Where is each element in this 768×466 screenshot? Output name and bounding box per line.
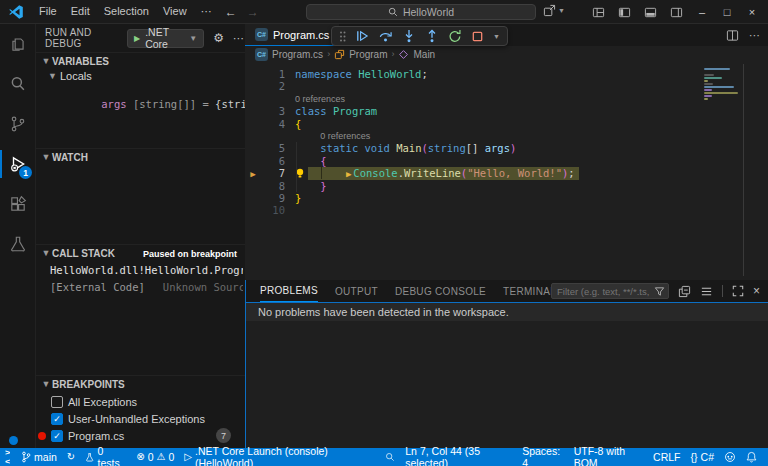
filter-funnel-icon[interactable] bbox=[654, 286, 665, 297]
continue-icon[interactable] bbox=[355, 29, 369, 43]
problems-filter[interactable] bbox=[551, 283, 669, 299]
breakpoint-item-all-exceptions[interactable]: All Exceptions bbox=[36, 393, 245, 410]
panel-tab-output[interactable]: OUTPUT bbox=[335, 280, 378, 302]
locals-scope[interactable]: ▼ Locals bbox=[48, 70, 92, 82]
eol-status[interactable]: CRLF bbox=[648, 448, 685, 466]
menu-view[interactable]: View bbox=[156, 5, 194, 17]
launch-config-dropdown[interactable]: ▶ .NET Core ▼ bbox=[127, 29, 204, 48]
back-button[interactable]: ← bbox=[225, 5, 237, 19]
panel-tab-terminal[interactable]: TERMINAL bbox=[503, 280, 556, 302]
maximize-button[interactable]: □ bbox=[721, 6, 733, 18]
code-line-1[interactable]: 1namespace HelloWorld; bbox=[245, 68, 768, 80]
encoding-status[interactable]: UTF-8 with BOM bbox=[569, 448, 648, 466]
tab-program-cs[interactable]: C# Program.cs bbox=[245, 24, 339, 46]
breadcrumb-method[interactable]: Main bbox=[398, 49, 435, 60]
open-external-button[interactable]: ▼ bbox=[543, 4, 565, 17]
breakpoint-item-user-unhandled-exceptions[interactable]: ✓User-Unhandled Exceptions bbox=[36, 410, 245, 427]
notifications[interactable] bbox=[741, 448, 762, 466]
more-actions-icon[interactable]: ⋯ bbox=[749, 29, 760, 42]
start-debug-icon[interactable]: ▶ bbox=[134, 34, 140, 43]
code-line-5[interactable]: 5 static void Main(string[] args) bbox=[245, 142, 768, 154]
breakpoints-section-header[interactable]: ▼ BREAKPOINTS bbox=[36, 375, 245, 393]
menu-file[interactable]: File bbox=[32, 5, 64, 17]
code-line-6[interactable]: 6 { bbox=[245, 155, 768, 167]
close-panel-icon[interactable]: × bbox=[753, 284, 760, 298]
minimap[interactable] bbox=[698, 64, 744, 276]
view-as-table-icon[interactable] bbox=[700, 285, 713, 298]
codelens-row[interactable]: 0 references bbox=[245, 93, 768, 105]
more-actions-icon[interactable]: ⋯ bbox=[233, 32, 245, 45]
customize-layout-icon[interactable] bbox=[592, 6, 605, 19]
cursor-position[interactable]: Ln 7, Col 44 (35 selected) bbox=[400, 448, 517, 466]
codelens-references-link[interactable]: 0 references bbox=[320, 130, 370, 142]
problems-status[interactable]: ⊗ 0 ⚠ 0 bbox=[131, 448, 179, 466]
watch-section-header[interactable]: ▼ WATCH bbox=[36, 148, 245, 166]
activity-extensions[interactable] bbox=[0, 184, 36, 224]
toggle-secondary-sidebar-icon[interactable] bbox=[670, 6, 683, 19]
tests-status[interactable]: 0 tests bbox=[80, 448, 131, 466]
panel-tab-debug-console[interactable]: DEBUG CONSOLE bbox=[395, 280, 486, 302]
breadcrumb-file[interactable]: C# Program.cs bbox=[255, 48, 323, 61]
code-line-9[interactable]: 9} bbox=[245, 192, 768, 204]
variables-section-header[interactable]: ▼ VARIABLES bbox=[36, 52, 245, 70]
gutter-glyph-margin[interactable] bbox=[245, 105, 261, 117]
gutter-glyph-margin[interactable]: ▶ bbox=[245, 167, 261, 179]
toolbar-drag-handle[interactable] bbox=[339, 30, 346, 43]
activity-search[interactable] bbox=[0, 64, 36, 104]
breakpoint-checkbox[interactable]: ✓ bbox=[51, 413, 63, 425]
restart-icon[interactable] bbox=[448, 29, 462, 43]
breakpoint-checkbox[interactable]: ✓ bbox=[51, 430, 63, 442]
menu-more[interactable]: ⋯ bbox=[194, 5, 219, 17]
close-button[interactable]: × bbox=[746, 6, 758, 18]
stop-icon[interactable] bbox=[471, 30, 484, 43]
command-center-search[interactable]: HelloWorld bbox=[306, 4, 536, 20]
breakpoint-checkbox[interactable] bbox=[51, 396, 63, 408]
menu-selection[interactable]: Selection bbox=[97, 5, 156, 17]
gutter-glyph-margin[interactable] bbox=[245, 155, 261, 167]
stack-frame-external[interactable]: [External Code]Unknown Source bbox=[50, 281, 243, 293]
breakpoint-item-program-cs[interactable]: ✓Program.cs7 bbox=[36, 427, 245, 444]
step-into-icon[interactable] bbox=[402, 29, 416, 43]
code-line-7[interactable]: ▶7 ▶Console.WriteLine("Hello, World!"); bbox=[245, 167, 768, 179]
activity-testing[interactable] bbox=[0, 224, 36, 264]
gear-icon[interactable]: ⚙ bbox=[213, 31, 224, 45]
step-out-icon[interactable] bbox=[425, 29, 439, 43]
gutter-glyph-margin[interactable] bbox=[245, 192, 261, 204]
code-line-4[interactable]: 4{ bbox=[245, 118, 768, 130]
chevron-down-icon[interactable]: ▼ bbox=[493, 33, 500, 40]
debug-launch-status[interactable]: ▷ .NET Core Launch (console) (HelloWorld… bbox=[179, 448, 380, 466]
gutter-glyph-margin[interactable] bbox=[245, 93, 261, 105]
variable-row[interactable]: args [string[]] = {string[0]} bbox=[76, 86, 245, 122]
forward-button[interactable]: → bbox=[247, 5, 259, 19]
collapse-all-icon[interactable] bbox=[678, 285, 691, 298]
gutter-glyph-margin[interactable] bbox=[245, 142, 261, 154]
code-line-8[interactable]: 8 } bbox=[245, 180, 768, 192]
activity-source-control[interactable] bbox=[0, 104, 36, 144]
toggle-primary-sidebar-icon[interactable] bbox=[618, 6, 631, 19]
menu-edit[interactable]: Edit bbox=[64, 5, 97, 17]
gutter-glyph-margin[interactable] bbox=[245, 80, 261, 92]
zoom-indicator[interactable] bbox=[380, 448, 400, 466]
branch-status[interactable]: main bbox=[16, 448, 62, 466]
remote-indicator[interactable]: >< bbox=[0, 448, 16, 466]
code-editor[interactable]: 1namespace HelloWorld;20 references3clas… bbox=[245, 62, 768, 280]
gutter-glyph-margin[interactable] bbox=[245, 180, 261, 192]
codelens-row[interactable]: 0 references bbox=[245, 130, 768, 142]
stack-frame-main[interactable]: HelloWorld.dll!HelloWorld.Program.M bbox=[50, 264, 243, 276]
activity-run-debug[interactable]: 1 bbox=[0, 144, 36, 184]
language-status[interactable]: {} C# bbox=[686, 448, 719, 466]
code-line-3[interactable]: 3class Program bbox=[245, 105, 768, 117]
panel-tab-problems[interactable]: PROBLEMS bbox=[260, 280, 318, 302]
code-line-2[interactable]: 2 bbox=[245, 80, 768, 92]
gutter-glyph-margin[interactable] bbox=[245, 68, 261, 80]
gutter-glyph-margin[interactable] bbox=[245, 118, 261, 130]
gutter-glyph-margin[interactable] bbox=[245, 130, 261, 142]
step-over-icon[interactable] bbox=[378, 29, 393, 43]
indentation-status[interactable]: Spaces: 4 bbox=[517, 448, 569, 466]
split-editor-icon[interactable] bbox=[726, 29, 739, 42]
codelens-references-link[interactable]: 0 references bbox=[295, 93, 345, 105]
filter-input[interactable] bbox=[557, 286, 651, 297]
maximize-panel-icon[interactable] bbox=[732, 285, 744, 297]
minimize-button[interactable]: – bbox=[696, 6, 708, 18]
activity-explorer[interactable] bbox=[0, 24, 36, 64]
